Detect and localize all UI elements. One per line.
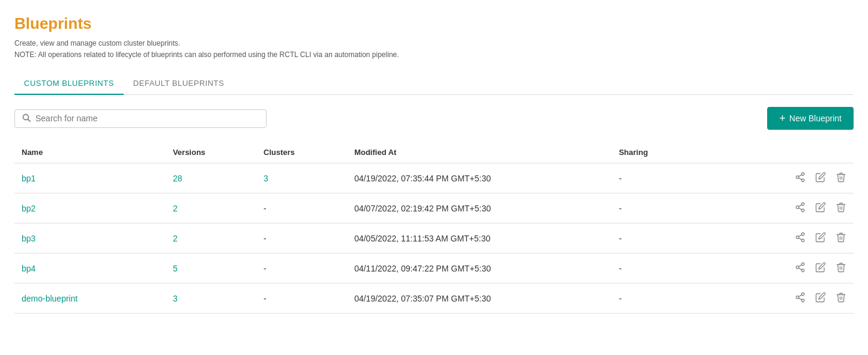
search-box bbox=[14, 109, 267, 128]
svg-line-26 bbox=[798, 295, 801, 297]
share-icon[interactable] bbox=[795, 262, 806, 275]
description-line2: NOTE: All operations related to lifecycl… bbox=[14, 50, 399, 59]
delete-icon[interactable] bbox=[836, 232, 846, 244]
blueprint-clusters: - bbox=[256, 253, 347, 284]
blueprint-name-link[interactable]: bp4 bbox=[22, 264, 35, 273]
svg-line-6 bbox=[798, 175, 801, 177]
table-body: bp128304/19/2022, 07:35:44 PM GMT+5:30- bbox=[14, 163, 854, 314]
blueprint-sharing: - bbox=[612, 253, 763, 284]
tab-bar: CUSTOM BLUEPRINTS DEFAULT BLUEPRINTS bbox=[14, 73, 854, 95]
blueprint-name-link[interactable]: demo-blueprint bbox=[22, 294, 77, 303]
blueprints-table: Name Versions Clusters Modified At Shari… bbox=[14, 142, 854, 314]
blueprint-actions bbox=[763, 223, 854, 253]
blueprint-sharing: - bbox=[612, 163, 763, 193]
svg-line-21 bbox=[798, 265, 801, 267]
svg-line-25 bbox=[798, 299, 801, 300]
delete-icon[interactable] bbox=[836, 262, 846, 275]
edit-icon[interactable] bbox=[815, 202, 826, 214]
blueprint-name-link[interactable]: bp3 bbox=[22, 234, 35, 243]
col-header-sharing: Sharing bbox=[612, 142, 763, 163]
new-blueprint-label: New Blueprint bbox=[789, 114, 842, 123]
col-header-modified: Modified At bbox=[347, 142, 612, 163]
share-icon[interactable] bbox=[795, 292, 806, 305]
delete-icon[interactable] bbox=[836, 172, 846, 184]
svg-line-10 bbox=[798, 208, 801, 210]
page-title: Blueprints bbox=[14, 14, 854, 33]
blueprint-modified-at: 04/05/2022, 11:11:53 AM GMT+5:30 bbox=[347, 223, 612, 253]
blueprint-actions bbox=[763, 193, 854, 223]
blueprint-sharing: - bbox=[612, 223, 763, 253]
share-icon[interactable] bbox=[795, 202, 806, 214]
blueprint-versions-link[interactable]: 2 bbox=[173, 234, 178, 243]
description-line1: Create, view and manage custom cluster b… bbox=[14, 39, 180, 47]
table-row: demo-blueprint3-04/19/2022, 07:35:07 PM … bbox=[14, 284, 854, 314]
edit-icon[interactable] bbox=[815, 172, 826, 184]
blueprint-clusters-link[interactable]: 3 bbox=[264, 174, 268, 183]
svg-line-1 bbox=[28, 119, 31, 121]
content-area: + New Blueprint Name Versions Clusters M… bbox=[14, 95, 854, 326]
col-header-name: Name bbox=[14, 142, 166, 163]
blueprint-clusters: - bbox=[256, 223, 347, 253]
blueprint-modified-at: 04/07/2022, 02:19:42 PM GMT+5:30 bbox=[347, 193, 612, 223]
svg-line-5 bbox=[798, 178, 801, 180]
col-header-clusters: Clusters bbox=[256, 142, 347, 163]
blueprint-modified-at: 04/11/2022, 09:47:22 PM GMT+5:30 bbox=[347, 253, 612, 284]
blueprint-actions bbox=[763, 163, 854, 193]
blueprint-sharing: - bbox=[612, 193, 763, 223]
page-description: Create, view and manage custom cluster b… bbox=[14, 38, 854, 61]
blueprint-versions-link[interactable]: 3 bbox=[173, 294, 178, 303]
toolbar: + New Blueprint bbox=[14, 107, 854, 130]
col-header-actions bbox=[763, 142, 854, 163]
svg-line-15 bbox=[798, 238, 801, 240]
new-blueprint-button[interactable]: + New Blueprint bbox=[767, 107, 854, 130]
share-icon[interactable] bbox=[795, 172, 806, 184]
search-icon bbox=[22, 114, 31, 124]
blueprint-modified-at: 04/19/2022, 07:35:44 PM GMT+5:30 bbox=[347, 163, 612, 193]
blueprint-versions-link[interactable]: 28 bbox=[173, 174, 182, 183]
table-row: bp32-04/05/2022, 11:11:53 AM GMT+5:30- bbox=[14, 223, 854, 253]
svg-line-11 bbox=[798, 205, 801, 207]
svg-line-20 bbox=[798, 269, 801, 270]
delete-icon[interactable] bbox=[836, 202, 846, 214]
blueprint-actions bbox=[763, 284, 854, 314]
delete-icon[interactable] bbox=[836, 292, 846, 305]
blueprint-clusters: - bbox=[256, 284, 347, 314]
svg-line-16 bbox=[798, 235, 801, 237]
table-header-row: Name Versions Clusters Modified At Shari… bbox=[14, 142, 854, 163]
share-icon[interactable] bbox=[795, 232, 806, 244]
tab-custom-blueprints[interactable]: CUSTOM BLUEPRINTS bbox=[14, 73, 124, 95]
blueprint-versions-link[interactable]: 2 bbox=[173, 204, 178, 213]
table-row: bp45-04/11/2022, 09:47:22 PM GMT+5:30- bbox=[14, 253, 854, 284]
edit-icon[interactable] bbox=[815, 232, 826, 244]
blueprint-versions-link[interactable]: 5 bbox=[173, 264, 178, 273]
blueprint-name-link[interactable]: bp2 bbox=[22, 204, 35, 213]
edit-icon[interactable] bbox=[815, 292, 826, 305]
search-input[interactable] bbox=[35, 114, 259, 123]
table-row: bp128304/19/2022, 07:35:44 PM GMT+5:30- bbox=[14, 163, 854, 193]
blueprint-actions bbox=[763, 253, 854, 284]
table-row: bp22-04/07/2022, 02:19:42 PM GMT+5:30- bbox=[14, 193, 854, 223]
col-header-versions: Versions bbox=[166, 142, 256, 163]
blueprint-clusters: - bbox=[256, 193, 347, 223]
blueprint-name-link[interactable]: bp1 bbox=[22, 174, 35, 183]
blueprint-modified-at: 04/19/2022, 07:35:07 PM GMT+5:30 bbox=[347, 284, 612, 314]
page-container: Blueprints Create, view and manage custo… bbox=[0, 0, 868, 355]
edit-icon[interactable] bbox=[815, 262, 826, 275]
blueprint-sharing: - bbox=[612, 284, 763, 314]
tab-default-blueprints[interactable]: DEFAULT BLUEPRINTS bbox=[124, 73, 234, 95]
new-blueprint-plus: + bbox=[779, 113, 786, 124]
